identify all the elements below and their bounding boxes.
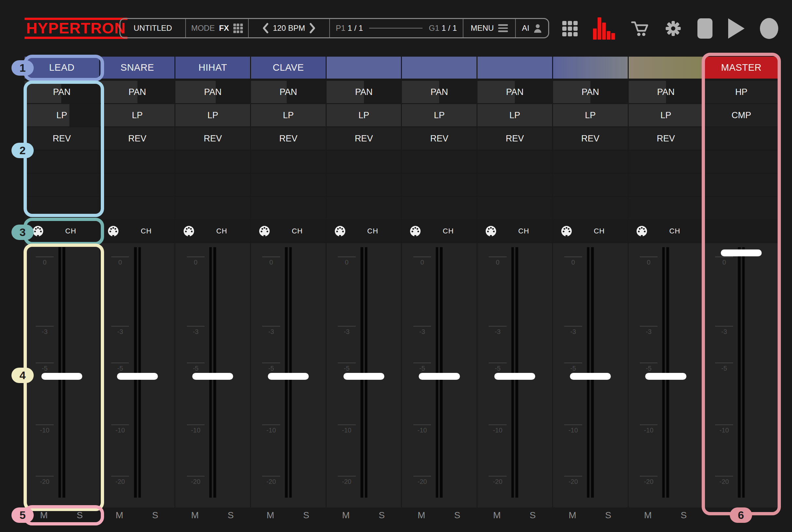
fx-slot-empty[interactable] [327,151,401,173]
fx-slot-empty[interactable] [175,197,250,219]
fader-handle[interactable] [419,373,460,380]
stop-icon[interactable] [697,18,713,39]
master-header[interactable]: MASTER [704,57,778,79]
fx-slot-pan[interactable]: PAN [402,81,477,103]
solo-button[interactable]: S [152,510,158,520]
fader-handle[interactable] [192,373,233,380]
channel-header[interactable]: CLAVE [251,57,326,79]
fx-slot-pan[interactable]: PAN [553,81,628,103]
fader-handle[interactable] [343,373,384,380]
fx-slot-empty[interactable] [402,197,477,219]
midi-channel-row[interactable]: CH [24,220,99,242]
mute-button[interactable]: M [342,510,349,520]
fx-slot-empty[interactable] [704,127,778,150]
fx-slot-pan[interactable]: PAN [629,81,703,103]
channel-header[interactable]: LEAD [24,57,99,79]
fx-slot-lp[interactable]: LP [100,104,175,126]
fx-slot-empty[interactable] [100,174,175,196]
menu-button[interactable]: MENU [463,19,515,37]
bpm-value[interactable]: 120 BPM [273,23,305,33]
solo-button[interactable]: S [454,510,461,520]
fx-slot-rev[interactable]: REV [478,127,552,150]
fx-slot-empty[interactable] [402,174,477,196]
play-icon[interactable] [728,18,745,39]
fx-slot-cmp[interactable]: CMP [704,104,778,126]
fx-slot-lp[interactable]: LP [251,104,326,126]
bpm-increase-icon[interactable] [309,23,316,34]
solo-button[interactable]: S [303,510,309,520]
solo-button[interactable]: S [77,510,83,520]
fx-slot-empty[interactable] [553,197,628,219]
mute-button[interactable]: M [191,510,199,520]
solo-button[interactable]: S [228,510,234,520]
midi-channel-row[interactable]: CH [478,220,552,242]
fx-slot-pan[interactable]: PAN [251,81,326,103]
fx-slot-lp[interactable]: LP [553,104,628,126]
gear-icon[interactable] [664,20,682,37]
solo-button[interactable]: S [529,510,536,520]
fader-handle[interactable] [117,373,158,380]
midi-channel-row[interactable]: CH [553,220,628,242]
fx-slot-empty[interactable] [629,197,703,219]
midi-channel-row[interactable]: CH [175,220,250,242]
solo-button[interactable]: S [379,510,385,520]
record-icon[interactable] [760,18,778,39]
mute-button[interactable]: M [644,510,652,520]
fx-slot-empty[interactable] [100,197,175,219]
fader-handle[interactable] [41,373,82,380]
fx-slot-empty[interactable] [629,174,703,196]
fx-slot-lp[interactable]: LP [24,104,99,126]
midi-channel-row[interactable]: CH [327,220,401,242]
fader-handle[interactable] [721,249,762,256]
fx-slot-rev[interactable]: REV [553,127,628,150]
solo-button[interactable]: S [681,510,687,520]
solo-button[interactable]: S [605,510,611,520]
midi-channel-row[interactable]: CH [629,220,703,242]
fx-slot-rev[interactable]: REV [100,127,175,150]
fader-handle[interactable] [570,373,611,380]
fx-slot-empty[interactable] [24,151,99,173]
fx-slot-empty[interactable] [100,151,175,173]
cart-icon[interactable] [631,20,649,37]
fader-handle[interactable] [268,373,309,380]
fx-slot-pan[interactable]: PAN [478,81,552,103]
channel-header[interactable] [402,57,477,79]
levels-icon[interactable] [593,17,615,40]
mute-button[interactable]: M [267,510,274,520]
fx-slot-empty[interactable] [24,174,99,196]
channel-header[interactable]: HIHAT [175,57,250,79]
channel-header[interactable] [553,57,628,79]
fx-slot-empty[interactable] [704,151,778,173]
grid-icon[interactable] [562,21,578,36]
fx-slot-lp[interactable]: LP [478,104,552,126]
midi-channel-row[interactable]: CH [100,220,175,242]
fx-slot-empty[interactable] [24,197,99,219]
pattern-group-position[interactable]: P1 1 / 1 G1 1 / 1 [329,19,463,37]
fx-slot-empty[interactable] [175,151,250,173]
fx-slot-empty[interactable] [704,197,778,219]
fx-slot-empty[interactable] [478,197,552,219]
midi-channel-row[interactable]: CH [402,220,477,242]
mute-button[interactable]: M [568,510,576,520]
fx-slot-lp[interactable]: LP [327,104,401,126]
fx-slot-empty[interactable] [175,174,250,196]
fx-slot-empty[interactable] [553,151,628,173]
midi-channel-row[interactable]: CH [251,220,326,242]
fader-handle[interactable] [494,373,535,380]
fx-slot-pan[interactable]: PAN [175,81,250,103]
channel-header[interactable] [629,57,703,79]
fader-handle[interactable] [645,373,686,380]
fx-slot-empty[interactable] [478,151,552,173]
fx-slot-hp[interactable]: HP [704,81,778,103]
channel-header[interactable] [327,57,401,79]
fx-slot-rev[interactable]: REV [402,127,477,150]
fx-slot-pan[interactable]: PAN [327,81,401,103]
ai-button[interactable]: AI [515,19,548,37]
fx-slot-empty[interactable] [251,197,326,219]
fx-slot-rev[interactable]: REV [251,127,326,150]
mute-button[interactable]: M [493,510,501,520]
fx-slot-rev[interactable]: REV [629,127,703,150]
mute-button[interactable]: M [418,510,425,520]
fx-slot-empty[interactable] [553,174,628,196]
mute-button[interactable]: M [116,510,123,520]
